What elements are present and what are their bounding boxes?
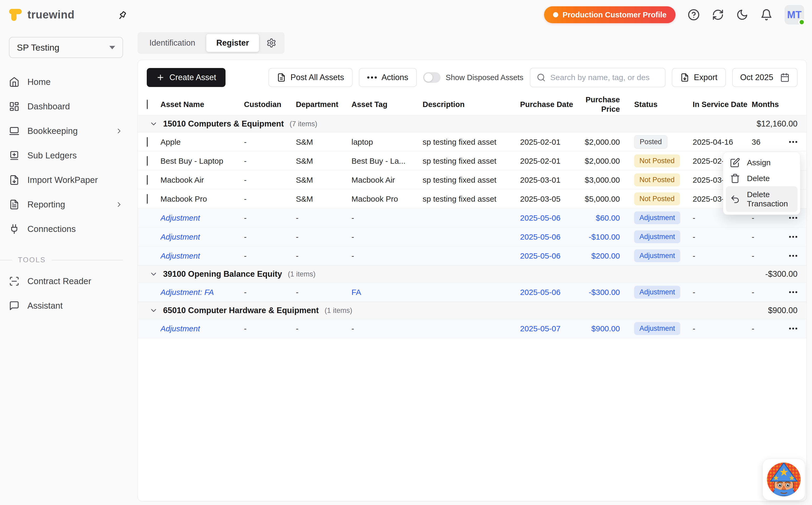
post-all-assets-button[interactable]: Post All Assets <box>268 68 353 87</box>
create-asset-button[interactable]: Create Asset <box>147 68 225 87</box>
status-badge: Adjustment <box>634 230 680 243</box>
dark-mode-moon-icon[interactable] <box>736 9 748 21</box>
table-row[interactable]: Adjustment: FA--FA2025-05-06-$300.00Adju… <box>138 283 806 302</box>
context-menu-item-delete[interactable]: Delete <box>726 171 798 186</box>
environment-badge-label: Production Customer Profile <box>563 11 666 19</box>
purchase-price-cell: -$100.00 <box>583 232 622 241</box>
status-cell: Not Posted <box>622 154 693 167</box>
actions-button[interactable]: Actions <box>359 68 417 87</box>
select-all-checkbox[interactable] <box>147 100 148 109</box>
sidebar-item-connections[interactable]: Connections <box>9 217 123 241</box>
status-badge: Adjustment <box>634 249 680 262</box>
table-toolbar: Create Asset Post All Assets Actions Sho… <box>138 60 806 94</box>
table-row[interactable]: Adjustment---2025-05-07$900.00Adjustment… <box>138 319 806 338</box>
sidebar-item-reporting[interactable]: Reporting <box>9 192 123 217</box>
row-checkbox[interactable] <box>147 194 148 204</box>
table-row[interactable]: Macbook Air-S&MMacbook Airsp testing fix… <box>138 171 806 189</box>
asset-name-cell: Adjustment <box>161 324 244 333</box>
table-row[interactable]: Best Buy - Laptop-S&MBest Buy - La...sp … <box>138 152 806 171</box>
row-menu-kebab-icon[interactable] <box>788 289 798 296</box>
row-menu-kebab-icon[interactable] <box>788 252 798 260</box>
sidebar-item-bookkeeping[interactable]: Bookkeeping <box>9 119 123 143</box>
assistant-wizard-launcher[interactable]: ★ ★ ★ <box>763 459 805 500</box>
in-service-date-cell: - <box>693 324 752 333</box>
tool-item-assistant[interactable]: Assistant <box>9 293 123 318</box>
row-context-menu: AssignDeleteDeleteTransaction <box>723 152 800 215</box>
status-badge: Not Posted <box>634 154 680 167</box>
table-row[interactable]: Macbook Pro-S&MMacbook Prosp testing fix… <box>138 189 806 208</box>
sidebar-item-label: Sub Ledgers <box>27 151 123 161</box>
actions-label: Actions <box>382 73 408 82</box>
sidebar-item-label: Dashboard <box>27 102 123 112</box>
register-tabs: IdentificationRegister <box>138 32 284 54</box>
status-badge: Not Posted <box>634 192 680 205</box>
in-service-date-cell: - <box>693 232 752 241</box>
sidebar-item-label: Contract Reader <box>27 276 123 286</box>
row-checkbox[interactable] <box>147 137 148 147</box>
context-menu-item-delete-transaction[interactable]: DeleteTransaction <box>726 186 798 212</box>
column-header-purchase-date: Purchase Date <box>520 100 583 109</box>
purchase-price-cell: $2,000.00 <box>583 138 622 147</box>
user-avatar[interactable]: MT <box>785 5 804 24</box>
chevron-down-icon[interactable] <box>149 120 158 128</box>
status-cell: Adjustment <box>622 230 693 243</box>
reporting-icon <box>9 199 19 210</box>
tab-identification[interactable]: Identification <box>139 34 205 52</box>
sidebar-item-sub-ledgers[interactable]: Sub Ledgers <box>9 143 123 168</box>
department-cell: S&M <box>296 157 352 166</box>
table-row[interactable]: Adjustment---2025-05-06$200.00Adjustment… <box>138 246 806 266</box>
show-disposed-toggle[interactable] <box>423 72 440 83</box>
register-settings-gear-icon[interactable] <box>260 38 283 48</box>
department-cell: S&M <box>296 138 352 147</box>
sidebar-item-import-workpaper[interactable]: Import WorkPaper <box>9 168 123 192</box>
row-checkbox[interactable] <box>147 175 148 185</box>
sidebar-item-home[interactable]: Home <box>9 69 123 94</box>
row-menu-kebab-icon[interactable] <box>788 233 798 240</box>
status-cell: Adjustment <box>622 211 693 224</box>
purchase-price-cell: $60.00 <box>583 213 622 222</box>
brand: truewind <box>8 7 74 22</box>
table-row[interactable]: Adjustment---2025-05-06$60.00Adjustment-… <box>138 208 806 227</box>
pin-icon[interactable] <box>117 9 129 21</box>
asset-tag-cell: FA <box>352 288 423 297</box>
table-row[interactable]: Apple-S&Mlaptopsp testing fixed asset202… <box>138 133 806 152</box>
search-icon <box>537 73 546 82</box>
notifications-bell-icon[interactable] <box>760 9 773 21</box>
status-badge: Adjustment <box>634 322 680 335</box>
post-all-assets-label: Post All Assets <box>290 73 344 82</box>
company-select[interactable]: SP Testing <box>9 37 123 58</box>
row-menu-kebab-icon[interactable] <box>788 214 798 221</box>
department-cell: - <box>296 213 352 222</box>
row-checkbox[interactable] <box>147 156 148 166</box>
custodian-cell: - <box>244 194 296 203</box>
tool-item-contract-reader[interactable]: Contract Reader <box>9 269 123 293</box>
export-button[interactable]: Export <box>672 68 726 87</box>
help-icon[interactable] <box>688 9 700 21</box>
asset-tag-cell: Macbook Pro <box>352 194 423 203</box>
table-row[interactable]: Adjustment---2025-05-06-$100.00Adjustmen… <box>138 227 806 246</box>
svg-text:★: ★ <box>779 466 789 478</box>
search-input[interactable] <box>550 73 659 82</box>
refresh-icon[interactable] <box>712 9 724 21</box>
env-dot-icon <box>553 12 558 17</box>
environment-badge[interactable]: Production Customer Profile <box>544 6 675 23</box>
tab-register[interactable]: Register <box>206 34 259 52</box>
sidebar-item-dashboard[interactable]: Dashboard <box>9 94 123 119</box>
context-menu-item-label: Delete <box>747 174 770 183</box>
group-count: (7 items) <box>289 120 317 128</box>
sidebar: SP Testing HomeDashboardBookkeepingSub L… <box>0 29 133 505</box>
chevron-down-icon[interactable] <box>149 270 158 278</box>
column-header-asset-tag: Asset Tag <box>352 100 423 109</box>
group-title: 15010 Computers & Equipment <box>163 119 284 129</box>
sidebar-item-label: Home <box>27 77 123 87</box>
asset-tag-cell: Best Buy - La... <box>352 157 423 166</box>
row-menu-kebab-icon[interactable] <box>788 138 798 146</box>
row-menu-kebab-icon[interactable] <box>788 325 798 332</box>
purchase-price-cell: $3,000.00 <box>583 176 622 184</box>
context-menu-item-assign[interactable]: Assign <box>726 155 798 171</box>
status-badge: Not Posted <box>634 173 680 186</box>
chevron-down-icon[interactable] <box>149 306 158 315</box>
period-picker-button[interactable]: Oct 2025 <box>732 68 798 87</box>
avatar-initials: MT <box>787 9 802 21</box>
column-header-status: Status <box>622 100 693 109</box>
